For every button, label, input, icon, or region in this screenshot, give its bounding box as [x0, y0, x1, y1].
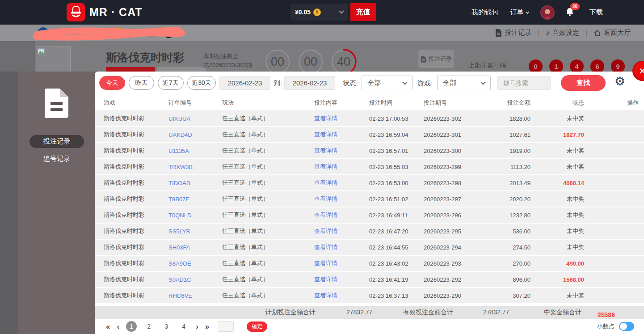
view-details-link[interactable]: 查看详情: [314, 207, 369, 223]
mrcat-logo-icon[interactable]: [67, 3, 85, 21]
date-from-input[interactable]: 2026-02-23: [219, 76, 270, 90]
sidebar-item-bet-records[interactable]: 投注记录: [29, 135, 84, 148]
cell-order-id[interactable]: S8A9OE: [168, 256, 222, 271]
decimal-toggle-wrap: 小数点: [597, 322, 634, 331]
cell-game: 斯洛伐克时时彩: [95, 288, 168, 303]
document-icon: [495, 29, 502, 37]
page-button-4[interactable]: 4: [178, 321, 189, 332]
confirm-page-button[interactable]: 确定: [247, 321, 267, 332]
cell-status: 未中奖: [535, 159, 589, 174]
user-avatar[interactable]: [540, 5, 555, 20]
view-details-link[interactable]: 查看详情: [314, 256, 369, 271]
cell-period: 20260223-293: [424, 256, 479, 271]
filter-7days-button[interactable]: 近7天: [158, 76, 184, 90]
game-select[interactable]: 全部: [437, 76, 491, 90]
find-button[interactable]: 查找: [561, 75, 606, 91]
view-details-link[interactable]: 查看详情: [314, 127, 369, 142]
planned-total-label: 计划投注金额合计: [265, 309, 316, 317]
deadline-label: 本期投注截止: [203, 52, 253, 61]
sub-header: 投注记录 | ♪ 音效设定 | 返回大厅: [0, 25, 644, 41]
top-navbar: MR · CAT ¥0.05 ¥ 充值 我的钱包 订单: [0, 0, 644, 25]
current-period-label: 第20260223-303期: [203, 61, 253, 70]
divider: |: [585, 29, 587, 37]
header-amount: 投注金额: [479, 95, 535, 110]
cell-order-id[interactable]: T9B07E: [168, 191, 222, 207]
game-bet-records-button[interactable]: 投注记录: [418, 50, 454, 68]
view-details-link[interactable]: 查看详情: [314, 288, 369, 303]
view-details-link[interactable]: 查看详情: [314, 159, 369, 174]
cell-actions: [589, 127, 644, 142]
balance-amount: ¥0.05: [295, 8, 311, 16]
cell-order-id[interactable]: T0QNLD: [168, 207, 222, 223]
divider: |: [538, 29, 539, 37]
cell-order-id[interactable]: S0AD1C: [168, 272, 222, 287]
filter-today-button[interactable]: 今天: [99, 76, 125, 90]
header-actions: 操作: [589, 95, 644, 110]
cell-status: 未中奖: [535, 191, 589, 207]
table-row: 斯洛伐克时时彩 S8A9OE 任三直选（单式） 查看详情 02-23 16:43…: [95, 256, 644, 272]
modal-backdrop: [0, 72, 18, 334]
game-filter-label: 游戏:: [417, 79, 433, 88]
view-details-link[interactable]: 查看详情: [314, 191, 369, 207]
back-to-lobby-link[interactable]: 返回大厅: [593, 29, 631, 37]
next-page-button[interactable]: ›: [196, 323, 198, 330]
cell-amount: 536.00: [479, 224, 535, 239]
cell-play-type: 任三直选（单式）: [222, 224, 314, 239]
view-details-link[interactable]: 查看详情: [314, 175, 369, 190]
cell-bet-time: 02-23 16:44:55: [369, 240, 424, 255]
cell-order-id[interactable]: UAKD4D: [168, 127, 222, 142]
page-button-1[interactable]: 1: [126, 321, 137, 332]
cell-play-type: 任三直选（单式）: [222, 240, 314, 255]
navbar-right: 我的钱包 订单 20: [471, 0, 644, 25]
filter-30days-button[interactable]: 近30天: [187, 76, 216, 90]
bet-records-link[interactable]: 投注记录: [495, 29, 531, 37]
gear-icon[interactable]: ⚙: [615, 76, 625, 88]
table-row: 斯洛伐克时时彩 T0QNLD 任三直选（单式） 查看详情 02-23 16:49…: [95, 207, 644, 224]
cell-order-id[interactable]: U1135A: [168, 143, 222, 158]
cell-order-id[interactable]: SS5LYB: [168, 224, 222, 239]
deadline-info: 本期投注截止 第20260223-303期: [203, 52, 253, 70]
view-details-link[interactable]: 查看详情: [314, 143, 369, 158]
avatar-image: [541, 6, 554, 19]
balance-dropdown[interactable]: ¥0.05 ¥: [290, 4, 348, 21]
status-select[interactable]: 全部: [362, 76, 412, 90]
notification-count-badge: 20: [570, 3, 580, 10]
cell-actions: [589, 272, 644, 287]
cell-order-id[interactable]: TIDOAB: [168, 175, 222, 190]
view-details-link[interactable]: 查看详情: [314, 272, 369, 287]
cell-order-id[interactable]: TRXW3B: [168, 159, 222, 174]
orders-menu[interactable]: 订单: [510, 8, 529, 17]
orders-label: 订单: [510, 8, 523, 17]
view-details-link[interactable]: 查看详情: [314, 111, 369, 126]
period-search-input[interactable]: [497, 76, 551, 90]
date-to-input[interactable]: 2026-02-23: [284, 76, 335, 90]
cell-game: 斯洛伐克时时彩: [95, 224, 168, 239]
download-link[interactable]: 下载: [589, 8, 603, 17]
cell-game: 斯洛伐克时时彩: [95, 175, 168, 190]
view-details-link[interactable]: 查看详情: [314, 224, 369, 239]
cell-amount: 1113.20: [479, 159, 535, 174]
cell-order-id[interactable]: SH03FA: [168, 240, 222, 255]
my-wallet-link[interactable]: 我的钱包: [471, 8, 498, 17]
page-button-2[interactable]: 2: [143, 321, 154, 332]
decimal-toggle[interactable]: [619, 322, 634, 331]
cell-period: 20260223-292: [424, 272, 479, 287]
cell-order-id[interactable]: RHC6VE: [168, 288, 222, 303]
cell-amount: 1828.00: [479, 111, 535, 126]
cell-actions: [589, 143, 644, 158]
cell-order-id[interactable]: UIXUUA: [168, 111, 222, 126]
prev-page-button[interactable]: ‹: [117, 323, 119, 330]
sidebar-item-chase-records[interactable]: 追号记录: [29, 152, 84, 165]
cell-period: 20260223-294: [424, 240, 479, 255]
recharge-button[interactable]: 充值: [350, 3, 376, 21]
first-page-button[interactable]: «: [106, 323, 110, 330]
cell-game: 斯洛伐克时时彩: [95, 240, 168, 255]
cell-period: 20260223-290: [424, 288, 479, 303]
sound-settings-link[interactable]: ♪ 音效设定: [546, 28, 579, 38]
view-details-link[interactable]: 查看详情: [314, 240, 369, 255]
last-page-button[interactable]: »: [205, 323, 209, 330]
page-button-3[interactable]: 3: [161, 321, 172, 332]
page-jump-input[interactable]: [218, 321, 234, 332]
filter-yesterday-button[interactable]: 昨天: [129, 76, 154, 90]
notifications-bell[interactable]: 20: [565, 7, 574, 18]
